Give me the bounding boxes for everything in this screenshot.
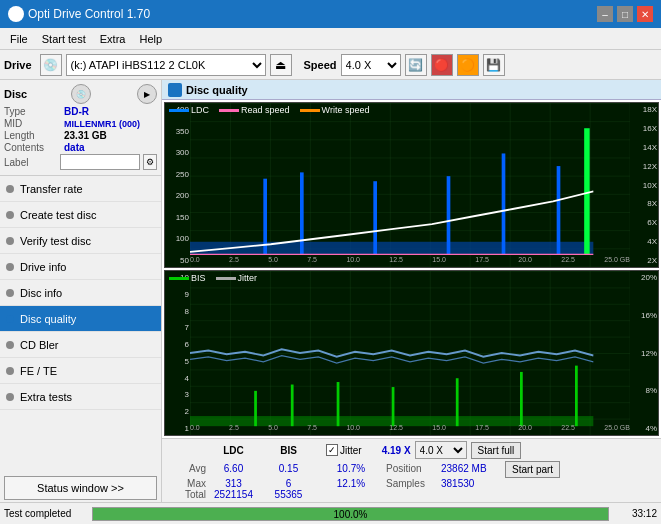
nav-verify-test-disc[interactable]: Verify test disc (0, 228, 161, 254)
max-label: Max (166, 478, 206, 489)
stats-header: LDC BIS ✓ Jitter 4.19 X 4.0 X Start full (166, 441, 657, 459)
jitter-label: Jitter (340, 445, 362, 456)
disc-contents-key: Contents (4, 142, 64, 153)
samples-value: 381530 (441, 478, 501, 489)
nav-label-drive-info: Drive info (20, 261, 66, 273)
nav-drive-info[interactable]: Drive info (0, 254, 161, 280)
drive-icon-btn[interactable]: 💿 (40, 54, 62, 76)
disc-header-label: Disc (4, 88, 27, 100)
disc-length-row: Length 23.31 GB (4, 130, 157, 141)
disc-length-value: 23.31 GB (64, 130, 107, 141)
time-display: 33:12 (617, 508, 657, 519)
jitter-checkbox[interactable]: ✓ (326, 444, 338, 456)
bis-chart: BIS Jitter 20% 16% 12% 8% 4% (164, 270, 659, 436)
status-window-button[interactable]: Status window >> (4, 476, 157, 500)
ldc-chart: LDC Read speed Write speed 18X 16X 14X (164, 102, 659, 268)
progress-bar: 100.0% (92, 507, 609, 521)
main-area: Disc 💿 ▶ Type BD-R MID MILLENMR1 (000) L… (0, 80, 661, 502)
disc-icon: 💿 (71, 84, 91, 104)
max-bis: 6 (261, 478, 316, 489)
menu-file[interactable]: File (4, 31, 34, 47)
disc-icon2: ▶ (137, 84, 157, 104)
menu-start-test[interactable]: Start test (36, 31, 92, 47)
nav-fe-te[interactable]: FE / TE (0, 358, 161, 384)
disc-quality-header: Disc quality (162, 80, 661, 100)
svg-rect-11 (254, 391, 257, 426)
disc-mid-row: MID MILLENMR1 (000) (4, 118, 157, 129)
nav-dot-drive-info (6, 263, 14, 271)
svg-rect-1 (190, 242, 593, 255)
legend-write: Write speed (300, 105, 370, 115)
nav-create-test-disc[interactable]: Create test disc (0, 202, 161, 228)
position-label: Position (386, 463, 441, 474)
stats-avg-row: Avg 6.60 0.15 10.7% Position 23862 MB St… (166, 459, 657, 478)
disc-label-row: Label ⚙ (4, 154, 157, 170)
nav-dot-fe-te (6, 367, 14, 375)
chart1-svg (190, 103, 630, 267)
svg-rect-13 (337, 382, 340, 426)
sidebar: Disc 💿 ▶ Type BD-R MID MILLENMR1 (000) L… (0, 80, 162, 502)
nav-extra-tests[interactable]: Extra tests (0, 384, 161, 410)
menu-help[interactable]: Help (133, 31, 168, 47)
nav-label-extra-tests: Extra tests (20, 391, 72, 403)
disc-contents-row: Contents data (4, 142, 157, 153)
speed-label: Speed (304, 59, 337, 71)
nav-disc-info[interactable]: Disc info (0, 280, 161, 306)
chart2-y-axis-left: 10 9 8 7 6 5 4 3 2 1 (165, 271, 190, 435)
chart1-x-labels: 0.0 2.5 5.0 7.5 10.0 12.5 15.0 17.5 20.0… (190, 256, 630, 267)
total-ldc: 2521154 (206, 489, 261, 500)
status-text: Test completed (4, 508, 84, 519)
refresh-button[interactable]: 🔄 (405, 54, 427, 76)
svg-rect-14 (392, 387, 395, 426)
avg-jitter: 10.7% (316, 463, 386, 474)
disc-quality-title: Disc quality (186, 84, 248, 96)
minimize-button[interactable]: – (597, 6, 613, 22)
start-full-button[interactable]: Start full (471, 442, 522, 459)
nav-label-fe-te: FE / TE (20, 365, 57, 377)
drive-select[interactable]: (k:) ATAPI iHBS112 2 CL0K (66, 54, 266, 76)
nav-transfer-rate[interactable]: Transfer rate (0, 176, 161, 202)
disc-label-key: Label (4, 157, 57, 168)
menu-extra[interactable]: Extra (94, 31, 132, 47)
disc-contents-value: data (64, 142, 85, 153)
close-button[interactable]: ✕ (637, 6, 653, 22)
disc-quality-icon (168, 83, 182, 97)
speed-dropdown[interactable]: 4.0 X (415, 441, 467, 459)
nav-disc-quality[interactable]: Disc quality (0, 306, 161, 332)
window-controls: – □ ✕ (597, 6, 653, 22)
menubar: File Start test Extra Help (0, 28, 661, 50)
nav-label-disc-info: Disc info (20, 287, 62, 299)
start-part-button[interactable]: Start part (505, 461, 560, 478)
avg-bis: 0.15 (261, 463, 316, 474)
nav-dot-transfer-rate (6, 185, 14, 193)
nav-cd-bler[interactable]: CD Bler (0, 332, 161, 358)
settings-button2[interactable]: 🟠 (457, 54, 479, 76)
svg-rect-16 (520, 372, 523, 426)
eject-button[interactable]: ⏏ (270, 54, 292, 76)
samples-label: Samples (386, 478, 441, 489)
stats-total-row: Total 2521154 55365 (166, 489, 657, 500)
titlebar: Opti Drive Control 1.70 – □ ✕ (0, 0, 661, 28)
maximize-button[interactable]: □ (617, 6, 633, 22)
legend-read: Read speed (219, 105, 290, 115)
svg-rect-2 (263, 179, 267, 255)
speed-select[interactable]: 4.0 X (341, 54, 401, 76)
chart1-legend: LDC Read speed Write speed (169, 105, 369, 115)
drive-toolbar: Drive 💿 (k:) ATAPI iHBS112 2 CL0K ⏏ Spee… (0, 50, 661, 80)
disc-mid-key: MID (4, 118, 64, 129)
disc-label-button[interactable]: ⚙ (143, 154, 157, 170)
nav-label-transfer-rate: Transfer rate (20, 183, 83, 195)
settings-button1[interactable]: 🔴 (431, 54, 453, 76)
chart1-y-axis-left: 400 350 300 250 200 150 100 50 (165, 103, 190, 267)
nav-label-cd-bler: CD Bler (20, 339, 59, 351)
max-jitter: 12.1% (316, 478, 386, 489)
content-area: Disc quality LDC Read speed (162, 80, 661, 502)
svg-rect-3 (300, 172, 304, 254)
svg-rect-4 (373, 181, 377, 254)
save-button[interactable]: 💾 (483, 54, 505, 76)
max-ldc: 313 (206, 478, 261, 489)
disc-type-value: BD-R (64, 106, 89, 117)
disc-label-input[interactable] (60, 154, 140, 170)
svg-rect-15 (456, 378, 459, 426)
total-label: Total (166, 489, 206, 500)
